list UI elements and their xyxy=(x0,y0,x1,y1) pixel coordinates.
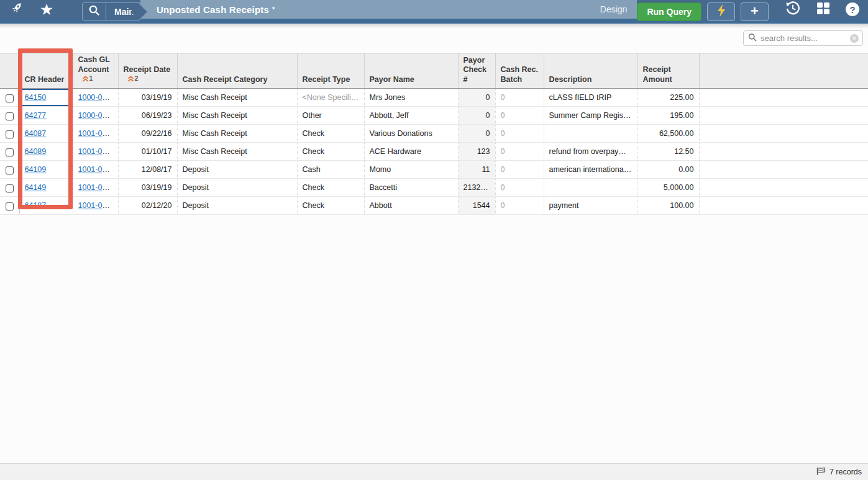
gl-account-link[interactable]: 1001-00-0… xyxy=(78,165,119,174)
cash-rec-batch-cell[interactable]: 0 xyxy=(495,179,544,197)
payor-name-cell[interactable]: Various Donations xyxy=(364,125,458,143)
row-checkbox[interactable] xyxy=(6,94,14,102)
description-cell[interactable] xyxy=(544,125,637,143)
category-cell[interactable]: Deposit xyxy=(177,161,297,179)
category-cell[interactable]: Deposit xyxy=(177,179,297,197)
category-cell[interactable]: Misc Cash Receipt xyxy=(177,143,297,161)
cash-rec-batch-cell[interactable]: 0 xyxy=(495,125,544,143)
breadcrumb-main[interactable]: Main xyxy=(106,3,139,20)
quick-action-button[interactable] xyxy=(707,2,735,21)
payor-check-num-cell[interactable]: 21323… xyxy=(458,179,495,197)
receipt-amount-cell[interactable]: 62,500.00 xyxy=(637,125,699,143)
receipt-date-cell[interactable]: 03/19/19 xyxy=(118,89,177,107)
history-button[interactable] xyxy=(785,0,801,19)
cr-header-link[interactable]: 64087 xyxy=(25,129,47,138)
row-checkbox[interactable] xyxy=(6,166,14,174)
gl-account-link[interactable]: 1000-00-0… xyxy=(78,111,119,120)
description-cell[interactable]: cLASS fIELD tRIP xyxy=(544,89,637,107)
column-header-payor-check-num[interactable]: Payor Check # xyxy=(458,53,495,89)
cash-rec-batch-cell[interactable]: 0 xyxy=(495,197,544,215)
cash-rec-batch-cell[interactable]: 0 xyxy=(495,89,544,107)
row-checkbox[interactable] xyxy=(6,148,14,156)
payor-check-num-cell[interactable]: 0 xyxy=(458,89,495,107)
receipt-date-cell[interactable]: 06/19/23 xyxy=(118,107,177,125)
row-checkbox[interactable] xyxy=(6,130,14,138)
add-record-button[interactable]: + xyxy=(741,2,769,21)
run-query-button[interactable]: Run Query xyxy=(637,2,701,21)
column-header-cash-gl-account[interactable]: Cash GL Account1 xyxy=(73,53,118,89)
payor-name-cell[interactable]: Momo xyxy=(364,161,458,179)
cr-header-link[interactable]: 64187 xyxy=(25,201,47,210)
cash-rec-batch-cell[interactable]: 0 xyxy=(495,161,544,179)
description-cell[interactable] xyxy=(544,179,637,197)
clear-search-icon[interactable]: ✕ xyxy=(850,34,859,43)
payor-check-num-cell[interactable]: 0 xyxy=(458,125,495,143)
receipt-amount-cell[interactable]: 0.00 xyxy=(637,161,699,179)
receipt-amount-cell[interactable]: 12.50 xyxy=(637,143,699,161)
cr-header-link[interactable]: 64277 xyxy=(25,111,47,120)
column-header-cash-receipt-category[interactable]: Cash Receipt Category xyxy=(177,53,297,89)
payor-check-num-cell[interactable]: 0 xyxy=(458,107,495,125)
cr-header-link[interactable]: 64089 xyxy=(25,147,47,156)
gl-account-link[interactable]: 1001-00-0… xyxy=(78,147,119,156)
category-cell[interactable]: Deposit xyxy=(177,197,297,215)
receipt-type-cell[interactable]: <None Specified> xyxy=(297,89,364,107)
category-cell[interactable]: Misc Cash Receipt xyxy=(177,107,297,125)
cash-rec-batch-cell[interactable]: 0 xyxy=(495,107,544,125)
description-cell[interactable]: Summer Camp Registrati… xyxy=(544,107,637,125)
receipt-amount-cell[interactable]: 195.00 xyxy=(637,107,699,125)
payor-check-num-cell[interactable]: 11 xyxy=(458,161,495,179)
category-cell[interactable]: Misc Cash Receipt xyxy=(177,89,297,107)
payor-name-cell[interactable]: Abbott, Jeff xyxy=(364,107,458,125)
column-header-receipt-amount[interactable]: Receipt Amount xyxy=(637,53,699,89)
cr-header-link[interactable]: 64109 xyxy=(25,165,47,174)
rocket-button[interactable] xyxy=(7,0,26,19)
receipt-amount-cell[interactable]: 5,000.00 xyxy=(637,179,699,197)
global-search-button[interactable] xyxy=(83,3,106,20)
payor-name-cell[interactable]: Mrs Jones xyxy=(364,89,458,107)
payor-name-cell[interactable]: Baccetti xyxy=(364,179,458,197)
category-cell[interactable]: Misc Cash Receipt xyxy=(177,125,297,143)
design-button[interactable]: Design xyxy=(600,4,628,14)
row-checkbox[interactable] xyxy=(6,112,14,120)
payor-name-cell[interactable]: Abbott xyxy=(364,197,458,215)
cr-header-link[interactable]: 64149 xyxy=(25,183,47,192)
cash-rec-batch-cell[interactable]: 0 xyxy=(495,143,544,161)
gl-account-link[interactable]: 1000-00-0… xyxy=(78,93,119,102)
receipt-date-cell[interactable]: 01/10/17 xyxy=(118,143,177,161)
receipt-type-cell[interactable]: Check xyxy=(297,179,364,197)
search-results-input[interactable] xyxy=(761,34,850,43)
description-cell[interactable]: refund from overpayment xyxy=(544,143,637,161)
cr-header-link[interactable]: 64150 xyxy=(25,93,47,102)
receipt-type-cell[interactable]: Other xyxy=(297,107,364,125)
receipt-type-cell[interactable]: Check xyxy=(297,197,364,215)
column-header-receipt-type[interactable]: Receipt Type xyxy=(297,53,364,89)
receipt-type-cell[interactable]: Check xyxy=(297,125,364,143)
payor-name-cell[interactable]: ACE Hardware xyxy=(364,143,458,161)
column-header-description[interactable]: Description xyxy=(544,53,637,89)
gl-account-link[interactable]: 1001-00-0… xyxy=(78,183,119,192)
column-header-receipt-date[interactable]: Receipt Date2 xyxy=(118,53,177,89)
receipt-type-cell[interactable]: Check xyxy=(297,143,364,161)
receipt-type-cell[interactable]: Cash xyxy=(297,161,364,179)
help-button[interactable]: ? xyxy=(846,2,859,16)
row-checkbox[interactable] xyxy=(6,184,14,192)
receipt-date-cell[interactable]: 02/12/20 xyxy=(118,197,177,215)
payor-check-num-cell[interactable]: 123 xyxy=(458,143,495,161)
description-cell[interactable]: american international s… xyxy=(544,161,637,179)
favorites-button[interactable]: ★ xyxy=(37,0,56,19)
column-header-cash-rec-batch[interactable]: Cash Rec. Batch xyxy=(495,53,544,89)
gl-account-link[interactable]: 1001-00-0… xyxy=(78,201,119,210)
payor-check-num-cell[interactable]: 1544 xyxy=(458,197,495,215)
row-checkbox[interactable] xyxy=(6,202,14,211)
description-cell[interactable]: payment xyxy=(544,197,637,215)
receipt-amount-cell[interactable]: 225.00 xyxy=(637,89,699,107)
receipt-date-cell[interactable]: 09/22/16 xyxy=(118,125,177,143)
column-header-cr-header[interactable]: CR Header xyxy=(19,53,73,89)
column-header-payor-name[interactable]: Payor Name xyxy=(364,53,458,89)
receipt-amount-cell[interactable]: 100.00 xyxy=(637,197,699,215)
apps-grid-button[interactable] xyxy=(816,1,831,18)
receipt-date-cell[interactable]: 12/08/17 xyxy=(118,161,177,179)
gl-account-link[interactable]: 1001-00-0… xyxy=(78,129,119,138)
receipt-date-cell[interactable]: 03/19/19 xyxy=(118,179,177,197)
